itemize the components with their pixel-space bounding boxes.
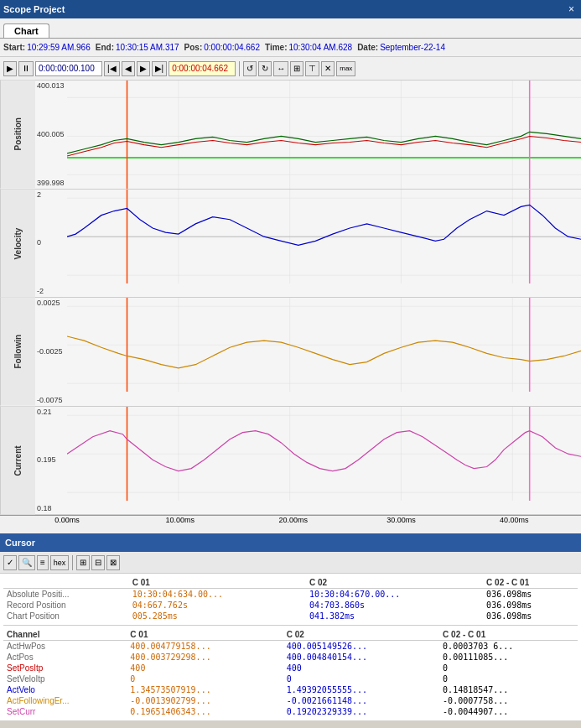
acthwpos-c01: 400.004779158... <box>127 641 283 653</box>
abspos-label: Absolute Positi... <box>3 589 129 601</box>
cursor-zoom-button[interactable]: 🔍 <box>18 555 35 570</box>
status-col-diff: C 02 - C 01 <box>483 577 578 589</box>
setveloltp-c01: 0 <box>127 673 283 684</box>
window-title: Scope Project <box>3 4 565 14</box>
refresh-button[interactable]: ↺ <box>243 61 257 76</box>
setpositp-c02: 400 <box>283 663 439 673</box>
position-y-labels: 400.013 400.005 399.998 <box>35 81 67 189</box>
chartpos-c02: 041.382ms <box>306 611 483 621</box>
cursor-check-button[interactable]: ✓ <box>3 555 17 570</box>
date-info: Date: September-22-14 <box>357 43 445 52</box>
actpos-diff: 0.00111085... <box>439 652 578 663</box>
ch-row-setpositp: SetPosItp 400 400 0 <box>3 663 578 673</box>
setcurr-diff: -0.0044907... <box>439 706 578 717</box>
status-table: C 01 C 02 C 02 - C 01 Absolute Positi...… <box>3 577 578 621</box>
followin-label: Followin <box>0 298 35 406</box>
x-tick-0: 0.00ms <box>54 516 80 524</box>
chartpos-label: Chart Position <box>3 611 129 621</box>
x-axis: 0.00ms 10.00ms 20.00ms 30.00ms 40.00ms <box>67 516 581 533</box>
actfollowingerr-name: ActFollowingEr... <box>3 695 127 706</box>
abspos-c01: 10:30:04:634.00... <box>129 589 306 601</box>
cursor-content: C 01 C 02 C 02 - C 01 Absolute Positi...… <box>0 574 581 720</box>
chartpos-c01: 005.285ms <box>129 611 306 621</box>
velocity-label: Velocity <box>0 190 35 298</box>
status-col-label <box>3 577 129 589</box>
status-header-row: C 01 C 02 C 02 - C 01 <box>3 577 578 589</box>
ch-row-actfollowingerr: ActFollowingEr... -0.0013902799... -0.00… <box>3 695 578 706</box>
time-input-2[interactable] <box>169 61 236 76</box>
zoom-button[interactable]: ⊞ <box>290 61 303 76</box>
close-button[interactable]: × <box>565 3 578 15</box>
setcurr-name: SetCurr <box>3 706 127 717</box>
status-row-recpos: Record Position 04:667.762s 04:703.860s … <box>3 600 578 611</box>
cursor-sep-1 <box>72 555 73 570</box>
acthwpos-c02: 400.005149526... <box>283 641 439 653</box>
cursor-button[interactable]: ⊤ <box>305 61 319 76</box>
chart-area: Position 400.013 400.005 399.998 <box>0 81 581 533</box>
followin-y-labels: 0.0025 -0.0025 -0.0075 <box>35 298 67 406</box>
actfollowingerr-c02: -0.0021661148... <box>283 695 439 706</box>
title-bar: Scope Project × <box>0 0 581 18</box>
refresh2-button[interactable]: ↻ <box>258 61 272 76</box>
setpositp-c01: 400 <box>127 663 283 673</box>
position-chart-inner: 400.013 400.005 399.998 <box>35 81 581 189</box>
marker-button[interactable]: ✕ <box>321 61 335 76</box>
actfollowingerr-c01: -0.0013902799... <box>127 695 283 706</box>
velocity-y-labels: 2 0 -2 <box>35 190 67 298</box>
play-button[interactable]: ▶ <box>3 61 17 76</box>
end-info: End: 10:30:15 AM.317 <box>96 43 179 52</box>
status-row-abspos: Absolute Positi... 10:30:04:634.00... 10… <box>3 589 578 601</box>
acthwpos-name: ActHwPos <box>3 641 127 653</box>
x-tick-4: 40.00ms <box>500 516 529 524</box>
info-bar: Start: 10:29:59 AM.966 End: 10:30:15 AM.… <box>0 39 581 57</box>
actfollowingerr-diff: -0.0007758... <box>439 695 578 706</box>
ch-col-diff: C 02 - C 01 <box>439 629 578 641</box>
start-info: Start: 10:29:59 AM.966 <box>3 43 91 52</box>
position-chart-svg <box>67 81 581 189</box>
setveloltp-diff: 0 <box>439 673 578 684</box>
tab-bar: Chart <box>0 18 581 39</box>
actpos-c02: 400.004840154... <box>283 652 439 663</box>
cursor-c2-button[interactable]: ⊟ <box>91 555 105 570</box>
actvelo-c01: 1.34573507919... <box>127 684 283 695</box>
abspos-diff: 036.098ms <box>483 589 578 601</box>
recpos-diff: 036.098ms <box>483 600 578 611</box>
time-info: Time: 10:30:04 AM.628 <box>265 43 352 52</box>
channel-header-row: Channel C 01 C 02 C 02 - C 01 <box>3 629 578 641</box>
divider-1 <box>3 625 578 626</box>
setcurr-c02: 0.19202329339... <box>283 706 439 717</box>
tab-chart[interactable]: Chart <box>3 23 49 38</box>
cursor-hex-button[interactable]: hex <box>50 555 70 570</box>
recpos-label: Record Position <box>3 600 129 611</box>
position-label: Position <box>0 81 35 189</box>
max-button[interactable]: max <box>336 61 355 76</box>
current-chart-svg <box>67 407 581 501</box>
acthwpos-diff: 0.0003703 6... <box>439 641 578 653</box>
goto-end-button[interactable]: ▶| <box>152 61 168 76</box>
position-chart-panel: Position 400.013 400.005 399.998 <box>0 81 581 190</box>
current-chart-panel: Current 0.21 0.195 0.18 <box>0 407 581 516</box>
toolbar: ▶ ⏸ |◀ ◀ ▶ ▶| ↺ ↻ ↔ ⊞ ⊤ ✕ max <box>0 57 581 81</box>
step-forward-button[interactable]: ▶ <box>137 61 150 76</box>
step-back-button[interactable]: ◀ <box>122 61 135 76</box>
pos-info: Pos: 0:00:00:04.662 <box>184 43 260 52</box>
ch-row-actvelo: ActVelo 1.34573507919... 1.49392055555..… <box>3 684 578 695</box>
followin-chart-panel: Followin 0.0025 -0.0025 -0.0075 <box>0 298 581 407</box>
actvelo-c02: 1.49392055555... <box>283 684 439 695</box>
goto-start-button[interactable]: |◀ <box>104 61 120 76</box>
actvelo-name: ActVelo <box>3 684 127 695</box>
current-y-labels: 0.21 0.195 0.18 <box>35 407 67 515</box>
cursor-link-button[interactable]: ⊠ <box>106 555 120 570</box>
time-input-1[interactable] <box>35 61 102 76</box>
status-col-c02: C 02 <box>306 577 483 589</box>
pause-button[interactable]: ⏸ <box>18 61 34 76</box>
followin-chart-svg <box>67 298 581 392</box>
setpositp-diff: 0 <box>439 663 578 673</box>
cursor-panel-header: Cursor <box>0 533 581 552</box>
setveloltp-c02: 0 <box>283 673 439 684</box>
cursor-list-button[interactable]: ≡ <box>37 555 49 570</box>
ch-col-c02: C 02 <box>283 629 439 641</box>
status-row-chartpos: Chart Position 005.285ms 041.382ms 036.0… <box>3 611 578 621</box>
cursor-c1-button[interactable]: ⊞ <box>76 555 90 570</box>
zoom-fit-button[interactable]: ↔ <box>273 61 288 76</box>
